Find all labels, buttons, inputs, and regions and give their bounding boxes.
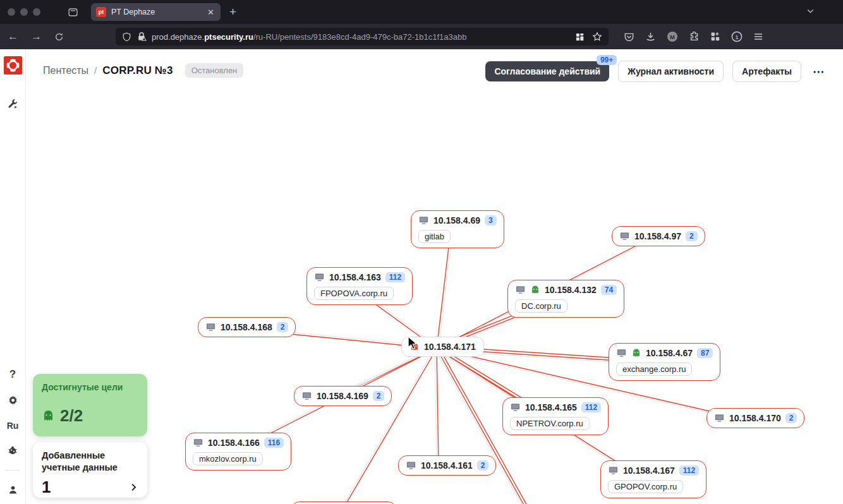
host-label: DC.corp.ru — [515, 299, 567, 313]
achieved-goals-panel[interactable]: Достигнутые цели 2/2 — [33, 374, 147, 436]
host-ip: 10.158.4.163 — [329, 272, 381, 282]
pocket-icon[interactable] — [624, 32, 634, 42]
extensions-puzzle-icon[interactable] — [689, 32, 700, 42]
approval-count-badge: 99+ — [597, 55, 617, 65]
artifacts-button[interactable]: Артефакты — [732, 61, 801, 82]
host-ip: 10.158.4.132 — [545, 285, 597, 295]
bookmark-star-icon[interactable] — [592, 32, 602, 42]
graph-node-10.158.4.165[interactable]: 10.158.4.165112NPETROV.corp.ru — [502, 397, 609, 435]
ghost-compromised-icon — [409, 342, 420, 352]
host-ip: 10.158.4.67 — [646, 348, 693, 358]
graph-node-10.158.4.170[interactable]: 10.158.4.1702 — [707, 408, 804, 428]
list-tabs-chevron-icon[interactable] — [806, 6, 815, 16]
graph-node-10.158.4.164[interactable]: 10.158.4.164112RIVANOV.corp.ru — [291, 501, 397, 504]
close-window-button[interactable] — [8, 8, 15, 16]
graph-edge — [336, 349, 437, 504]
monitor-icon — [205, 322, 216, 332]
graph-node-10.158.4.166[interactable]: 10.158.4.166116mkozlov.corp.ru — [185, 433, 291, 471]
graph-node-10.158.4.167[interactable]: 10.158.4.167112GPOPOV.corp.ru — [600, 460, 707, 498]
host-count-badge: 116 — [264, 438, 284, 448]
new-tab-button[interactable]: + — [229, 5, 236, 19]
host-count-badge: 2 — [785, 413, 798, 423]
account-person-icon[interactable] — [8, 484, 18, 495]
graph-node-10.158.4.67[interactable]: 10.158.4.6787exchange.corp.ru — [609, 343, 720, 381]
browser-tab[interactable]: pt PT Dephaze ✕ — [91, 3, 221, 21]
chevron-right-icon[interactable] — [129, 483, 138, 492]
language-switch[interactable]: Ru — [7, 421, 19, 431]
host-count-badge: 112 — [385, 272, 405, 282]
graph-node-10.158.4.169[interactable]: 10.158.4.1692 — [294, 386, 392, 406]
host-ip: 10.158.4.168 — [221, 322, 272, 332]
pt-logo[interactable] — [3, 56, 23, 75]
extension-m-icon[interactable]: M — [667, 31, 678, 42]
downloads-icon[interactable] — [645, 32, 656, 42]
site-favicon: pt — [96, 7, 106, 17]
monitor-icon — [193, 438, 203, 448]
approval-actions-button[interactable]: Согласование действий 99+ — [485, 61, 609, 81]
bug-report-icon[interactable] — [7, 445, 18, 456]
host-count-badge: 2 — [373, 391, 385, 401]
firefox-view-icon[interactable] — [66, 5, 80, 19]
host-count-badge: 3 — [485, 215, 497, 225]
graph-node-10.158.4.132[interactable]: 10.158.4.13274DC.corp.ru — [507, 280, 624, 318]
url-bar[interactable]: prod.dephaze.ptsecurity.ru/ru-RU/pentest… — [116, 28, 609, 45]
host-label: mkozlov.corp.ru — [193, 452, 263, 465]
host-count-badge: 112 — [581, 402, 601, 412]
graph-node-10.158.4.171[interactable]: 10.158.4.171 — [401, 337, 484, 357]
credentials-count: 1 — [42, 477, 51, 497]
monitor-icon — [608, 465, 619, 476]
help-button[interactable]: ? — [9, 368, 16, 381]
graph-node-10.158.4.69[interactable]: 10.158.4.693gitlab — [411, 210, 504, 248]
host-ip: 10.158.4.161 — [421, 460, 473, 471]
host-label: NPETROV.corp.ru — [510, 417, 590, 430]
host-label: FPOPOVA.corp.ru — [314, 287, 394, 300]
monitor-icon — [515, 285, 526, 295]
credentials-panel[interactable]: Добавленные учетные данные 1 — [33, 442, 147, 498]
sidebar-divider — [6, 470, 20, 471]
settings-gear-icon[interactable] — [7, 395, 19, 407]
graph-node-10.158.4.161[interactable]: 10.158.4.1612 — [398, 455, 496, 476]
host-label: GPOPOV.corp.ru — [608, 480, 683, 493]
url-text[interactable]: prod.dephaze.ptsecurity.ru/ru-RU/pentest… — [152, 32, 570, 42]
tab-close-icon[interactable]: ✕ — [206, 8, 215, 17]
graph-edge — [435, 349, 437, 467]
graph-edge — [437, 349, 439, 467]
goals-title: Достигнутые цели — [42, 382, 138, 392]
host-ip: 10.158.4.165 — [525, 402, 577, 412]
graph-node-10.158.4.97[interactable]: 10.158.4.972 — [612, 226, 705, 246]
menu-hamburger-icon[interactable] — [753, 32, 763, 42]
host-count-badge: 2 — [277, 322, 289, 332]
host-label: exchange.corp.ru — [616, 363, 692, 376]
host-count-badge: 74 — [601, 285, 617, 295]
more-actions-button[interactable]: ⋯ — [810, 64, 828, 79]
monitor-icon — [406, 460, 416, 471]
back-button[interactable]: ← — [8, 30, 18, 43]
graph-node-10.158.4.163[interactable]: 10.158.4.163112FPOPOVA.corp.ru — [306, 267, 413, 305]
lock-icon[interactable] — [136, 32, 147, 42]
host-ip: 10.158.4.166 — [208, 438, 260, 448]
forward-button[interactable]: → — [31, 30, 42, 43]
activity-log-button[interactable]: Журнал активности — [618, 61, 724, 82]
reload-button[interactable] — [54, 32, 64, 42]
host-ip: 10.158.4.97 — [634, 231, 681, 241]
graph-edge — [334, 347, 435, 504]
app-sidebar: ? Ru — [0, 49, 26, 504]
header-actions: Согласование действий 99+ Журнал активно… — [485, 61, 828, 82]
containers-grid-icon[interactable] — [575, 32, 585, 42]
breadcrumb-pentests-link[interactable]: Пентесты — [43, 65, 88, 76]
tab-title: PT Dephaze — [111, 8, 206, 16]
ghost-owned-icon — [530, 285, 540, 295]
extension-grid-plus-icon[interactable] — [710, 32, 720, 42]
minimize-window-button[interactable] — [20, 8, 28, 16]
svg-text:M: M — [670, 33, 675, 40]
status-badge: Остановлен — [185, 63, 244, 78]
window-controls[interactable] — [8, 8, 40, 16]
pentests-tools-icon[interactable] — [7, 98, 18, 109]
host-label: gitlab — [418, 230, 451, 243]
graph-edge — [437, 231, 451, 349]
zoom-window-button[interactable] — [33, 8, 40, 16]
graph-node-10.158.4.168[interactable]: 10.158.4.1682 — [198, 317, 296, 337]
onepassword-icon[interactable]: 1 — [731, 31, 743, 42]
shield-icon[interactable] — [122, 32, 131, 42]
goals-value: 2/2 — [60, 406, 83, 426]
